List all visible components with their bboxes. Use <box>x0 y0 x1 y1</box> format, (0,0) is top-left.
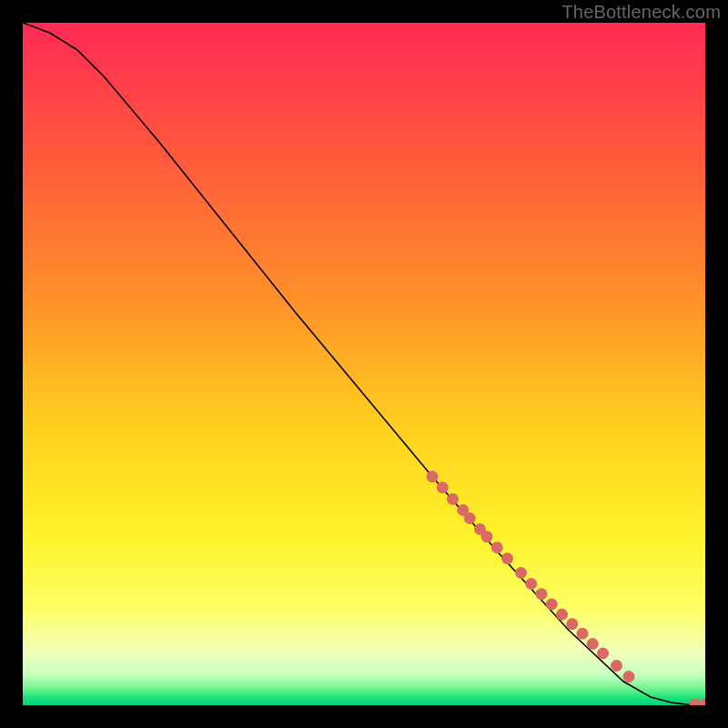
data-point <box>437 481 449 493</box>
data-point <box>556 609 568 621</box>
chart-background <box>23 23 705 705</box>
data-point <box>464 512 476 524</box>
data-point <box>587 638 599 650</box>
data-point <box>546 599 558 611</box>
watermark-text: TheBottleneck.com <box>561 2 721 23</box>
chart-svg <box>23 23 705 705</box>
data-point <box>427 470 439 482</box>
data-point <box>611 660 622 672</box>
data-point <box>447 493 459 505</box>
data-point <box>481 531 493 542</box>
data-point <box>597 648 609 660</box>
data-point <box>536 588 548 600</box>
data-point <box>525 578 537 590</box>
data-point <box>491 541 503 553</box>
data-point <box>515 567 527 579</box>
chart-stage: TheBottleneck.com <box>0 0 728 728</box>
data-point <box>623 671 635 682</box>
chart-area <box>23 23 705 705</box>
data-point <box>566 618 578 630</box>
data-point <box>577 628 589 640</box>
data-point <box>501 552 513 564</box>
